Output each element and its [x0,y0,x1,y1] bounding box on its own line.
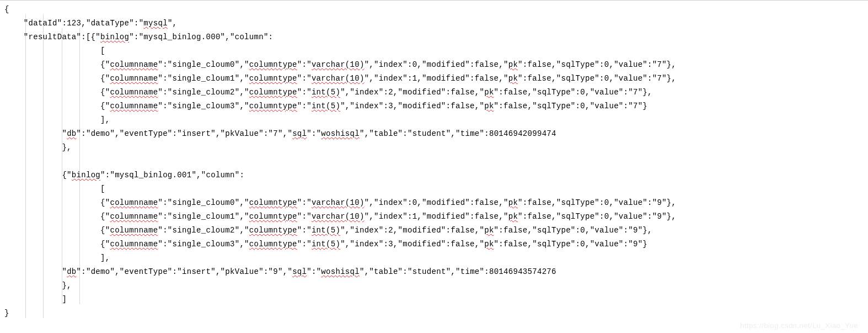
v: 80146943574276 [489,267,556,276]
t: ,"value":" [585,88,633,97]
spell-error: columntype [249,74,297,83]
code-line: }, [4,279,868,293]
code-line: { [4,3,868,17]
t: ," [475,102,484,110]
spell-error: int(5) [312,226,340,235]
v: false [528,60,552,69]
t: ": [494,226,503,235]
t: ] [4,295,67,304]
v: single_cloum2 [173,88,235,97]
t: ," [499,198,508,207]
t: "resultData":[{" [4,33,100,41]
t: "," [235,226,249,235]
spell-error: woshisql [321,267,360,276]
spell-error: columntype [249,240,297,249]
t: ": [518,74,527,83]
spell-error: columntype [249,88,297,97]
code-line: {"columnname":"single_cloum3","columntyp… [4,99,868,113]
t: ,"modified": [393,102,451,110]
v: 7 [657,60,662,69]
t: [ [4,46,105,55]
t: ": [518,212,527,221]
t: ":" [297,74,312,83]
spell-error: columntype [249,212,297,221]
t: ,"modified": [393,240,451,249]
t: ":" [307,267,321,276]
t: "," [235,102,249,110]
v: insert [182,267,211,276]
t: ,"sqlType": [551,74,604,83]
v: 2 [388,226,393,235]
t: "," [235,240,249,249]
t: ," [475,88,484,97]
spell-error: db [67,129,76,138]
t: ":" [129,33,143,41]
code-line: {"columnname":"single_cloum1","columntyp… [4,72,868,86]
spell-error: columntype [249,102,297,110]
spell-error: db [67,267,76,276]
t: ":" [158,102,172,110]
code-line [4,155,868,168]
code-line: {"columnname":"single_cloum2","columntyp… [4,224,868,237]
t: ","index": [340,88,388,97]
v: false [475,212,499,221]
t: "} [638,240,647,249]
t: ," [475,240,484,249]
spell-error: woshisql [321,129,360,138]
v: demo [91,129,110,138]
t: ","column": [191,171,244,179]
v: 123 [67,19,81,28]
t: ","index": [340,102,388,110]
t: " [4,267,67,276]
t: ,"sqlType": [528,88,581,97]
t: ","column": [221,33,274,41]
brace: { [4,5,9,14]
t: {" [4,212,110,221]
t: ," [499,212,508,221]
code-line: {"columnname":"single_cloum2","columntyp… [4,86,868,99]
v: false [475,74,499,83]
v: single_cloum1 [173,212,235,221]
v: student [412,129,446,138]
t: ","index": [365,60,412,69]
v: 9 [657,212,662,221]
code-line: ] [4,293,868,306]
v: single_cloum2 [173,226,235,235]
v: demo [91,267,110,276]
v: false [528,212,552,221]
t: ,"modified": [393,88,451,97]
v: 9 [633,240,638,249]
spell-error: columnname [110,60,158,69]
t: ,"modified": [417,198,474,207]
v: false [475,198,499,207]
t: {" [4,226,110,235]
t: {" [4,171,72,179]
spell-error: pk [508,212,518,221]
t: ," [499,74,508,83]
v: single_cloum3 [173,240,235,249]
t: ": [494,102,503,110]
t: ":" [307,129,321,138]
code-line: "dataId":123,"dataType":"mysql", [4,17,868,30]
t: ","time": [446,267,489,276]
t: " [4,129,67,138]
spell-error: columnname [110,240,158,249]
t: ,"modified": [417,74,474,83]
t: ":" [158,74,172,83]
t: ,"sqlType": [528,102,581,110]
spell-error: columntype [249,226,297,235]
v: 2 [388,88,393,97]
t: ","index": [365,74,412,83]
spell-error: sql [292,129,307,138]
t: ,"sqlType": [551,198,604,207]
code-line: {"columnname":"single_cloum0","columntyp… [4,196,868,210]
v: false [503,102,528,110]
code-line: "db":"demo","eventType":"insert","pkValu… [4,127,868,141]
t: ,"dataType":" [81,19,143,28]
code-line: } [4,306,868,320]
t: ":" [100,171,115,179]
code-line: {"binlog":"mysql_binlog.001","column": [4,168,868,182]
t: "," [235,74,249,83]
t: ":" [158,212,172,221]
t: ":" [158,60,172,69]
